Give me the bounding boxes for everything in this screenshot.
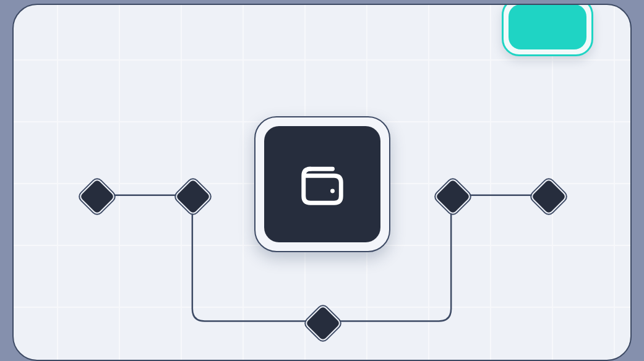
diamond-node-1[interactable] (78, 177, 116, 216)
diamond-node-3[interactable] (304, 304, 342, 342)
diamond-node-4[interactable] (434, 177, 472, 216)
diamond-node-2[interactable] (174, 177, 212, 216)
teal-panel[interactable] (502, 4, 593, 56)
diamond-node-5[interactable] (530, 177, 568, 216)
center-wallet-node[interactable] (254, 116, 390, 252)
teal-panel-inner (509, 4, 586, 49)
wallet-icon (295, 157, 350, 211)
svg-point-0 (330, 189, 335, 193)
center-wallet-inner (264, 126, 380, 242)
diagram-canvas[interactable] (12, 4, 632, 361)
